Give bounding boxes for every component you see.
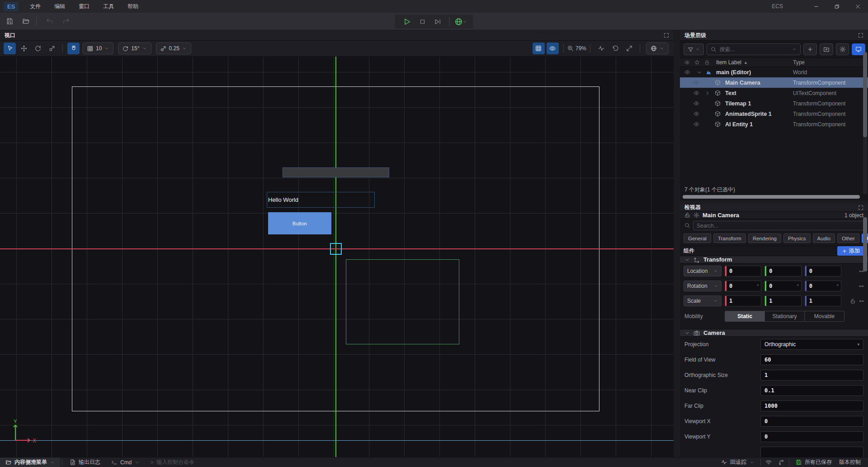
- collapse-chevron-icon[interactable]: [697, 70, 702, 75]
- move-tool-button[interactable]: [18, 43, 30, 54]
- traceback-dropdown[interactable]: 回追踪: [719, 458, 756, 466]
- transform-section-header[interactable]: Transform: [680, 256, 868, 263]
- visibility-eye-icon[interactable]: [684, 69, 690, 75]
- visibility-eye-icon[interactable]: [693, 100, 699, 106]
- rotation-z-input[interactable]: 0°: [805, 281, 841, 291]
- menu-window[interactable]: 窗口: [72, 0, 96, 13]
- selection-gizmo-square[interactable]: [330, 243, 342, 255]
- hierarchy-expand-button[interactable]: [858, 33, 863, 38]
- scale-dropdown[interactable]: Scale: [684, 295, 722, 306]
- tab-physics[interactable]: Physics: [783, 234, 811, 243]
- version-control-button[interactable]: 版本控制: [836, 458, 863, 466]
- play-button[interactable]: [400, 16, 415, 28]
- field-of-view-input[interactable]: 60: [760, 354, 863, 365]
- tab-general[interactable]: General: [684, 234, 711, 243]
- visibility-eye-icon[interactable]: [693, 111, 699, 117]
- hierarchy-search-input[interactable]: [719, 46, 789, 52]
- tree-row-text[interactable]: Text UITextComponent: [680, 88, 868, 98]
- visibility-toggle-button[interactable]: [547, 43, 559, 54]
- viewport-x-input[interactable]: 0: [760, 416, 863, 427]
- inspector-search-input[interactable]: [697, 223, 861, 229]
- grid-snap-dropdown[interactable]: 10: [83, 43, 113, 54]
- tab-audio[interactable]: Audio: [813, 234, 835, 243]
- inspector-expand-button[interactable]: [858, 205, 863, 210]
- rotate-tool-button[interactable]: [32, 43, 44, 54]
- hello-world-text[interactable]: Hello World: [267, 192, 375, 208]
- open-button[interactable]: [19, 15, 33, 28]
- scale-tool-button[interactable]: [46, 43, 58, 54]
- hierarchy-settings-button[interactable]: [836, 43, 849, 55]
- hierarchy-horizontal-scrollbar[interactable]: [683, 195, 860, 199]
- rotation-dropdown[interactable]: Rotation: [684, 281, 722, 291]
- location-x-input[interactable]: 0: [725, 266, 761, 276]
- rotation-x-input[interactable]: 0°: [725, 281, 761, 291]
- maximize-viewport-button[interactable]: [623, 43, 635, 54]
- mobility-movable-option[interactable]: Movable: [804, 311, 844, 321]
- wifi-icon[interactable]: [765, 459, 772, 466]
- world-selector-button[interactable]: [453, 16, 469, 28]
- mobility-stationary-option[interactable]: Stationary: [764, 311, 804, 321]
- location-z-input[interactable]: 0: [805, 266, 841, 276]
- menu-file[interactable]: 文件: [23, 0, 47, 13]
- inspector-vertical-scrollbar[interactable]: [863, 217, 867, 272]
- unlock-icon[interactable]: [684, 212, 690, 218]
- add-component-button[interactable]: 添加: [837, 246, 864, 256]
- orthographic-size-input[interactable]: 1: [760, 370, 863, 381]
- hierarchy-vertical-scrollbar[interactable]: [863, 52, 867, 194]
- viewport-world-dropdown[interactable]: [646, 43, 669, 54]
- add-folder-button[interactable]: [820, 43, 833, 55]
- rotation-y-input[interactable]: 0°: [764, 281, 801, 291]
- mobility-static-option[interactable]: Static: [725, 311, 764, 321]
- cmd-dropdown[interactable]: Cmd: [106, 457, 145, 467]
- scale-x-input[interactable]: 1: [725, 295, 761, 306]
- grid-toggle-button[interactable]: [533, 43, 545, 54]
- scale-z-input[interactable]: 1: [805, 295, 841, 306]
- restore-button[interactable]: [826, 0, 847, 13]
- viewport-y-input[interactable]: 0: [760, 431, 863, 442]
- far-clip-input[interactable]: 1000: [760, 400, 863, 411]
- menu-edit[interactable]: 编辑: [47, 0, 72, 13]
- branch-icon[interactable]: [778, 459, 784, 466]
- location-y-input[interactable]: 0: [764, 266, 801, 276]
- undo-button[interactable]: [43, 15, 57, 28]
- menu-help[interactable]: 帮助: [121, 0, 145, 13]
- visibility-eye-icon[interactable]: [693, 80, 699, 86]
- filter-button[interactable]: [684, 43, 704, 55]
- scale-snap-dropdown[interactable]: 0.25: [156, 43, 191, 54]
- tab-rendering[interactable]: Rendering: [748, 234, 781, 243]
- select-tool-button[interactable]: [4, 43, 16, 54]
- scale-y-input[interactable]: 1: [764, 295, 801, 306]
- expand-chevron-icon[interactable]: [705, 91, 710, 96]
- close-button[interactable]: [847, 0, 868, 13]
- step-button[interactable]: [430, 16, 446, 28]
- minimize-button[interactable]: [806, 0, 826, 13]
- tree-row-tilemap[interactable]: Tilemap 1 TransformComponent: [680, 98, 868, 109]
- scene-canvas[interactable]: Hello World Button Y X: [0, 57, 674, 457]
- partial-input[interactable]: [760, 447, 863, 457]
- visibility-eye-icon[interactable]: [693, 90, 699, 96]
- link-values-icon[interactable]: [859, 298, 864, 304]
- ui-panel-bar[interactable]: [283, 167, 389, 177]
- gear-icon[interactable]: [693, 212, 699, 218]
- reset-view-button[interactable]: [609, 43, 621, 54]
- camera-section-header[interactable]: Camera: [680, 329, 868, 337]
- location-dropdown[interactable]: Location: [684, 266, 722, 276]
- tree-row-main[interactable]: main (Editor) World: [680, 67, 868, 77]
- rotation-snap-dropdown[interactable]: 15°: [118, 43, 151, 54]
- output-log-button[interactable]: 输出日志: [64, 457, 106, 467]
- add-entity-button[interactable]: [803, 43, 817, 55]
- viewport-expand-button[interactable]: [664, 33, 669, 38]
- content-drawer-button[interactable]: 内容侧滑菜单: [0, 457, 60, 467]
- save-button[interactable]: [3, 15, 16, 28]
- hierarchy-search[interactable]: [707, 43, 801, 55]
- menu-tools[interactable]: 工具: [96, 0, 121, 13]
- unlock-icon[interactable]: [850, 298, 856, 304]
- tree-row-animatedsprite[interactable]: AnimatedSprite 1 TransformComponent: [680, 109, 868, 119]
- visibility-eye-icon[interactable]: [693, 121, 699, 127]
- zoom-level[interactable]: 79%: [576, 45, 586, 52]
- column-type[interactable]: Type: [793, 59, 805, 66]
- near-clip-input[interactable]: 0.1: [760, 385, 863, 396]
- tab-transform[interactable]: Transform: [713, 234, 746, 243]
- tab-other[interactable]: Other: [837, 234, 859, 243]
- tree-row-ai-entity[interactable]: AI Entity 1 TransformComponent: [680, 119, 868, 129]
